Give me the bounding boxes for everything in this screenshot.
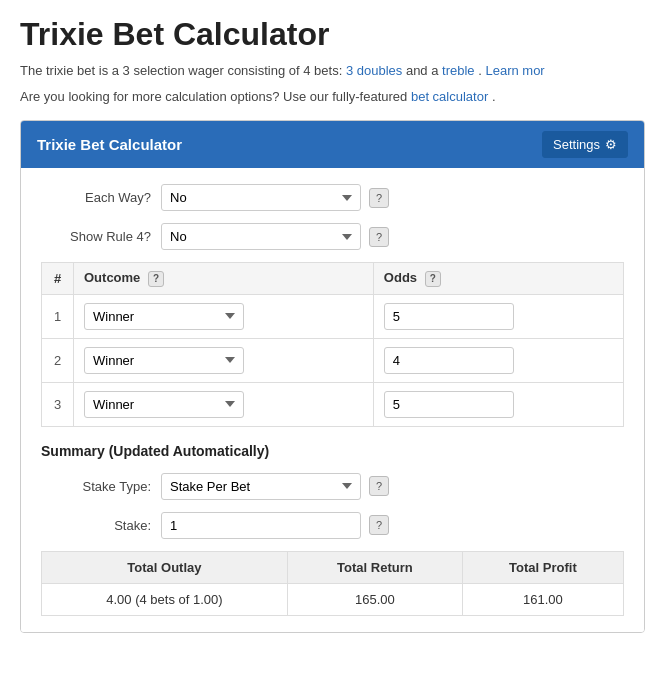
each-way-select[interactable]: No Yes	[161, 184, 361, 211]
doubles-link[interactable]: 3 doubles	[346, 63, 402, 78]
outcome-cell-3: WinnerLoserVoidNon-RunnerPlace	[74, 382, 374, 426]
treble-link[interactable]: treble	[442, 63, 475, 78]
table-row: 2 WinnerLoserVoidNon-RunnerPlace	[42, 338, 624, 382]
outcome-select-3[interactable]: WinnerLoserVoidNon-RunnerPlace	[84, 391, 244, 418]
summary-title: Summary (Updated Automatically)	[41, 443, 624, 459]
stake-input-wrap: ?	[161, 512, 389, 539]
show-rule4-select-wrap: No Yes ?	[161, 223, 389, 250]
col-outcome-header: Outcome ?	[74, 263, 374, 295]
calculator-header: Trixie Bet Calculator Settings ⚙	[21, 121, 644, 168]
table-header-row: # Outcome ? Odds ?	[42, 263, 624, 295]
settings-label: Settings	[553, 137, 600, 152]
outcome-cell-1: WinnerLoserVoidNon-RunnerPlace	[74, 294, 374, 338]
odds-input-3[interactable]	[384, 391, 514, 418]
show-rule4-label: Show Rule 4?	[41, 229, 151, 244]
odds-cell-2	[373, 338, 623, 382]
each-way-help-btn[interactable]: ?	[369, 188, 389, 208]
stake-type-row: Stake Type: Stake Per Bet Total Stake ?	[41, 473, 624, 500]
calc-options: Are you looking for more calculation opt…	[20, 87, 645, 107]
outcome-help-icon[interactable]: ?	[148, 271, 164, 287]
odds-cell-3	[373, 382, 623, 426]
outcome-cell-2: WinnerLoserVoidNon-RunnerPlace	[74, 338, 374, 382]
odds-input-1[interactable]	[384, 303, 514, 330]
results-table: Total Outlay Total Return Total Profit 4…	[41, 551, 624, 616]
calculator-header-title: Trixie Bet Calculator	[37, 136, 182, 153]
odds-cell-1	[373, 294, 623, 338]
stake-help-btn[interactable]: ?	[369, 515, 389, 535]
calculator-box: Trixie Bet Calculator Settings ⚙ Each Wa…	[20, 120, 645, 633]
row-num-1: 1	[42, 294, 74, 338]
stake-type-help-btn[interactable]: ?	[369, 476, 389, 496]
stake-type-select-wrap: Stake Per Bet Total Stake ?	[161, 473, 389, 500]
col-profit-header: Total Profit	[462, 551, 623, 583]
show-rule4-select[interactable]: No Yes	[161, 223, 361, 250]
each-way-label: Each Way?	[41, 190, 151, 205]
col-num-header: #	[42, 263, 74, 295]
stake-type-select[interactable]: Stake Per Bet Total Stake	[161, 473, 361, 500]
calculator-body: Each Way? No Yes ? Show Rule 4? No Yes ?	[21, 168, 644, 632]
table-row: 3 WinnerLoserVoidNon-RunnerPlace	[42, 382, 624, 426]
table-row: 1 WinnerLoserVoidNon-RunnerPlace	[42, 294, 624, 338]
col-odds-header: Odds ?	[373, 263, 623, 295]
results-data-row: 4.00 (4 bets of 1.00) 165.00 161.00	[42, 583, 624, 615]
total-profit-value: 161.00	[462, 583, 623, 615]
bet-calculator-link[interactable]: bet calculator	[411, 89, 488, 104]
outcome-select-2[interactable]: WinnerLoserVoidNon-RunnerPlace	[84, 347, 244, 374]
description: The trixie bet is a 3 selection wager co…	[20, 61, 645, 81]
row-num-3: 3	[42, 382, 74, 426]
settings-button[interactable]: Settings ⚙	[542, 131, 628, 158]
show-rule4-row: Show Rule 4? No Yes ?	[41, 223, 624, 250]
each-way-select-wrap: No Yes ?	[161, 184, 389, 211]
col-outlay-header: Total Outlay	[42, 551, 288, 583]
outcome-select-1[interactable]: WinnerLoserVoidNon-RunnerPlace	[84, 303, 244, 330]
show-rule4-help-btn[interactable]: ?	[369, 227, 389, 247]
gear-icon: ⚙	[605, 137, 617, 152]
stake-type-label: Stake Type:	[41, 479, 151, 494]
stake-row: Stake: ?	[41, 512, 624, 539]
total-return-value: 165.00	[287, 583, 462, 615]
each-way-row: Each Way? No Yes ?	[41, 184, 624, 211]
row-num-2: 2	[42, 338, 74, 382]
page-title: Trixie Bet Calculator	[20, 16, 645, 53]
bets-table: # Outcome ? Odds ? 1 WinnerLoserV	[41, 262, 624, 427]
col-return-header: Total Return	[287, 551, 462, 583]
stake-input[interactable]	[161, 512, 361, 539]
odds-help-icon[interactable]: ?	[425, 271, 441, 287]
total-outlay-value: 4.00 (4 bets of 1.00)	[42, 583, 288, 615]
stake-label: Stake:	[41, 518, 151, 533]
learn-more-link[interactable]: Learn mor	[485, 63, 544, 78]
odds-input-2[interactable]	[384, 347, 514, 374]
results-header-row: Total Outlay Total Return Total Profit	[42, 551, 624, 583]
